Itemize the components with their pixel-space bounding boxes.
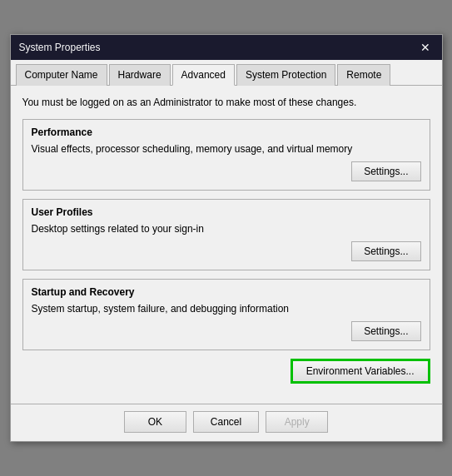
startup-recovery-section: Startup and Recovery System startup, sys… [22, 279, 430, 350]
env-variables-row: Environment Variables... [22, 359, 430, 384]
user-profiles-title: User Profiles [32, 206, 421, 218]
admin-notice: You must be logged on as an Administrato… [22, 96, 430, 110]
cancel-button[interactable]: Cancel [193, 411, 259, 433]
tab-computer-name[interactable]: Computer Name [16, 64, 107, 86]
performance-settings-button[interactable]: Settings... [351, 161, 420, 181]
tab-bar: Computer Name Hardware Advanced System P… [11, 60, 442, 86]
performance-section: Performance Visual effects, processor sc… [22, 119, 430, 191]
system-properties-window: System Properties ✕ Computer Name Hardwa… [10, 34, 443, 443]
performance-title: Performance [32, 126, 421, 138]
tab-hardware[interactable]: Hardware [109, 64, 171, 86]
environment-variables-button[interactable]: Environment Variables... [291, 359, 430, 384]
title-bar: System Properties ✕ [11, 35, 442, 60]
user-profiles-settings-button[interactable]: Settings... [351, 241, 420, 261]
startup-recovery-title: Startup and Recovery [32, 286, 421, 298]
tab-remote[interactable]: Remote [337, 64, 390, 86]
apply-button[interactable]: Apply [266, 411, 328, 433]
ok-button[interactable]: OK [124, 411, 186, 433]
close-button[interactable]: ✕ [417, 42, 434, 53]
window-title: System Properties [19, 42, 101, 53]
tab-system-protection[interactable]: System Protection [236, 64, 335, 86]
user-profiles-desc: Desktop settings related to your sign-in [32, 223, 421, 235]
bottom-bar: OK Cancel Apply [11, 404, 442, 441]
startup-recovery-desc: System startup, system failure, and debu… [32, 303, 421, 315]
performance-desc: Visual effects, processor scheduling, me… [32, 143, 421, 155]
main-content: You must be logged on as an Administrato… [11, 86, 442, 404]
user-profiles-section: User Profiles Desktop settings related t… [22, 199, 430, 270]
startup-recovery-settings-button[interactable]: Settings... [351, 321, 420, 341]
tab-advanced[interactable]: Advanced [172, 64, 235, 86]
